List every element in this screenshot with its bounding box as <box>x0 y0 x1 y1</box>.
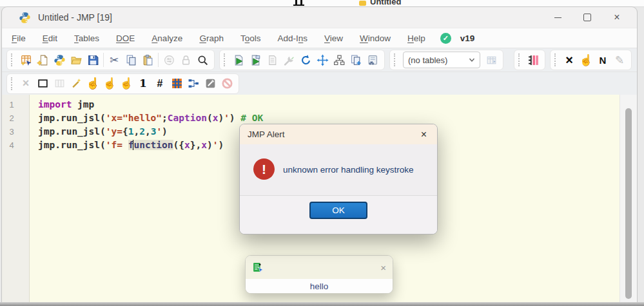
code-token: x <box>201 140 207 150</box>
alert-close-button[interactable]: × <box>418 129 429 140</box>
background-folder-icon <box>359 1 366 6</box>
hand-open-icon: ☝ <box>86 77 99 90</box>
python-app-icon <box>19 12 31 24</box>
hand-gray-button[interactable]: ☝ <box>101 75 118 92</box>
caption-text: hello <box>246 279 393 293</box>
design-columns-icon <box>527 54 540 66</box>
grid-tool-icon <box>171 77 183 90</box>
menu-window[interactable]: Window <box>351 33 399 43</box>
code-token: 'x= <box>106 113 122 123</box>
search-button[interactable] <box>194 52 211 68</box>
status-check-icon: ✓ <box>440 33 451 44</box>
menu-view[interactable]: View <box>316 33 351 43</box>
one-tool-icon: 1 <box>139 77 147 90</box>
menu-edit[interactable]: Edit <box>34 33 66 43</box>
layout-button[interactable] <box>364 52 381 68</box>
caption-close-button[interactable]: × <box>380 262 386 273</box>
drag-grip[interactable] <box>11 53 14 66</box>
maximize-button[interactable] <box>572 7 602 28</box>
scrollbar-thumb[interactable] <box>625 108 632 299</box>
wand-button[interactable] <box>68 75 84 92</box>
code-token: ) <box>218 113 224 123</box>
code-token: ( <box>173 140 179 150</box>
caption-titlebar: × <box>246 256 393 279</box>
design-columns-button[interactable] <box>525 52 542 68</box>
code-token: ; <box>162 113 168 123</box>
hand-open-button[interactable]: ☝ <box>84 75 101 92</box>
toolbar-separator <box>158 53 159 67</box>
lock-icon <box>180 54 192 66</box>
rect-tool-button[interactable] <box>34 75 51 92</box>
menu-doe[interactable]: DOE <box>108 33 143 43</box>
code-line[interactable]: import jmp <box>38 98 618 111</box>
cross-tool-button[interactable]: × <box>561 52 578 68</box>
editor-vscrollbar[interactable] <box>620 95 637 306</box>
hand-black-button[interactable]: ☝ <box>118 75 135 92</box>
wand-icon <box>70 77 83 90</box>
drag-grip[interactable] <box>224 53 227 66</box>
edit-tools-group: ×☝☝☝1# <box>6 73 239 94</box>
cut-button[interactable]: ✂ <box>106 52 122 68</box>
copy-report-button[interactable] <box>347 52 364 68</box>
tables-group: (no tables) <box>389 50 503 70</box>
code-token: jmp <box>72 99 94 110</box>
menu-graph[interactable]: Graph <box>191 33 232 43</box>
minimize-icon <box>554 17 561 18</box>
code-token: ( <box>207 113 213 123</box>
code-token: , <box>133 126 139 137</box>
drag-grip[interactable] <box>11 77 14 90</box>
save-button[interactable] <box>84 52 101 68</box>
python-button[interactable] <box>51 52 68 68</box>
paste-button[interactable] <box>139 52 156 68</box>
crayon-box-button[interactable] <box>202 75 219 92</box>
new-table-button[interactable] <box>17 52 34 68</box>
menu-file[interactable]: File <box>3 33 34 43</box>
drag-grip[interactable] <box>518 53 522 66</box>
code-token: ) <box>218 140 224 150</box>
run-script-icon <box>233 54 245 66</box>
drag-grip[interactable] <box>394 53 397 66</box>
version-label: v19 <box>460 33 475 43</box>
no-entry-button <box>219 75 235 92</box>
n-tool-button[interactable]: N <box>594 52 611 68</box>
no-entry-icon <box>221 77 233 90</box>
hash-tool-button[interactable]: # <box>151 75 168 92</box>
screen: Untitled Untitled - JMP [19] × FileEditT… <box>0 0 644 306</box>
code-token: ) <box>229 113 235 123</box>
menu-addins[interactable]: Add-Ins <box>269 33 316 43</box>
refresh-button[interactable] <box>297 52 314 68</box>
grid-tool-button[interactable] <box>168 75 185 92</box>
code-line[interactable]: jmp.run_jsl('x="hello";Caption(x)') # OK <box>38 111 618 125</box>
hierarchy-button[interactable] <box>331 52 347 68</box>
open-folder-button[interactable] <box>68 52 84 68</box>
debug-icon <box>283 54 295 66</box>
code-token: x <box>184 140 190 150</box>
paste-icon <box>142 54 154 66</box>
flow-tool-button[interactable] <box>185 75 202 92</box>
drag-grip[interactable] <box>554 53 558 66</box>
menu-tables[interactable]: Tables <box>66 33 108 43</box>
tables-select[interactable]: (no tables) <box>403 52 480 68</box>
line-number: 4 <box>2 139 21 152</box>
refresh-icon <box>300 54 312 66</box>
new-script-button[interactable] <box>34 52 51 68</box>
ok-button[interactable]: OK <box>309 202 367 219</box>
run-script-window-button[interactable] <box>247 52 264 68</box>
menu-help[interactable]: Help <box>399 33 434 43</box>
code-token: 'f= <box>106 140 128 150</box>
minimize-button[interactable] <box>543 7 572 28</box>
hash-tool-icon: # <box>157 77 163 90</box>
open-folder-icon <box>70 54 83 66</box>
run-script-button[interactable] <box>230 52 247 68</box>
one-tool-button[interactable]: 1 <box>135 75 151 92</box>
menu-analyze[interactable]: Analyze <box>143 33 191 43</box>
alert-footer: OK <box>240 195 437 234</box>
code-token: 'y= <box>106 126 122 137</box>
delete-x-button: × <box>17 75 34 92</box>
copy-button[interactable] <box>122 52 139 68</box>
menu-tools[interactable]: Tools <box>232 33 269 43</box>
grabber-hand-button[interactable]: ☝ <box>578 52 594 68</box>
rerun-button[interactable] <box>314 52 331 68</box>
search-icon <box>197 54 209 66</box>
close-button[interactable]: × <box>602 7 632 28</box>
